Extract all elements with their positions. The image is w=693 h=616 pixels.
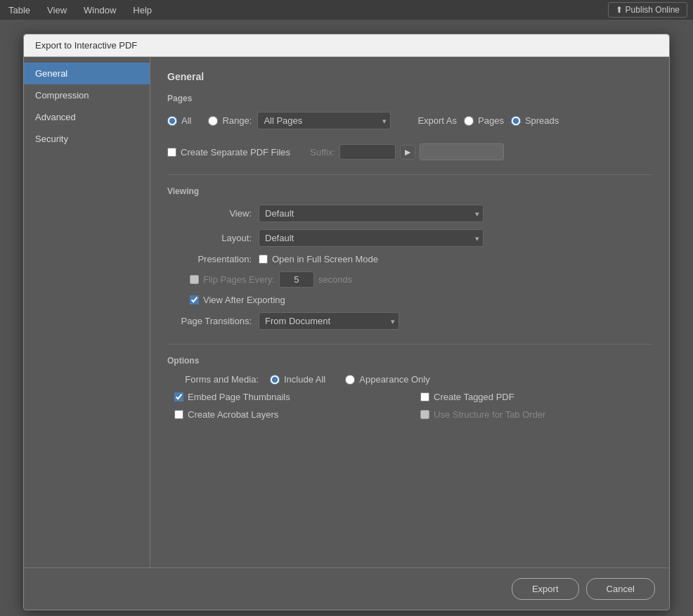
appearance-only-option[interactable]: Appearance Only (345, 374, 429, 385)
appearance-only-radio[interactable] (345, 375, 355, 385)
fullscreen-option[interactable]: Open in Full Screen Mode (259, 254, 378, 264)
all-pages-radio[interactable] (167, 116, 177, 126)
pages-export-label: Pages (478, 115, 504, 126)
export-button[interactable]: Export (512, 578, 579, 600)
export-as-label: Export As (417, 115, 457, 126)
presentation-row: Presentation: Open in Full Screen Mode (167, 254, 652, 264)
sidebar-item-security[interactable]: Security (24, 128, 150, 150)
cancel-button-label: Cancel (607, 584, 635, 594)
include-all-label: Include All (284, 374, 325, 385)
transitions-row: Page Transitions: From Document (167, 312, 652, 330)
create-acrobat-layers-option[interactable]: Create Acrobat Layers (174, 409, 406, 420)
seconds-label: seconds (318, 274, 352, 285)
suffix-label: Suffix: (310, 147, 335, 158)
spreads-export-radio[interactable] (511, 116, 521, 126)
menu-table[interactable]: Table (6, 4, 33, 17)
content-title: General (167, 71, 652, 82)
range-pages-radio[interactable] (208, 116, 218, 126)
workspace: Export to Interactive PDF General Compre… (0, 20, 693, 616)
all-pages-option[interactable]: All (167, 115, 191, 126)
viewing-section-title: Viewing (167, 186, 652, 196)
viewing-section: Viewing View: Default L (167, 186, 652, 330)
include-all-radio[interactable] (270, 375, 280, 385)
sidebar: General Compression Advanced Security (24, 57, 150, 567)
flip-pages-option: Flip Pages Every: (190, 274, 275, 285)
spreads-export-option[interactable]: Spreads (511, 115, 559, 126)
include-all-option[interactable]: Include All (270, 374, 325, 385)
view-select-wrapper: Default (259, 205, 484, 222)
pages-row: All Range: All Pages (167, 112, 652, 129)
menu-view[interactable]: View (44, 4, 70, 17)
pages-export-radio[interactable] (464, 116, 474, 126)
sidebar-item-general[interactable]: General (24, 63, 150, 84)
suffix-extra-area (420, 143, 504, 160)
sidebar-item-advanced[interactable]: Advanced (24, 106, 150, 128)
spreads-export-label: Spreads (525, 115, 559, 126)
options-section-title: Options (167, 356, 652, 366)
sidebar-general-label: General (35, 68, 67, 79)
view-row: View: Default (167, 205, 652, 222)
presentation-label: Presentation: (167, 254, 252, 264)
export-as-group: Export As Pages Spreads (417, 115, 559, 126)
create-separate-checkbox[interactable] (167, 148, 176, 157)
create-separate-label: Create Separate PDF Files (181, 147, 290, 158)
view-after-row: View After Exporting (167, 295, 652, 305)
sidebar-advanced-label: Advanced (35, 112, 76, 122)
range-select[interactable]: All Pages (257, 112, 391, 129)
flip-pages-input[interactable] (279, 271, 314, 288)
content-area: General Pages All (150, 57, 669, 567)
layout-select[interactable]: Default (259, 229, 484, 247)
pages-export-option[interactable]: Pages (464, 115, 504, 126)
use-structure-option: Use Structure for Tab Order (420, 409, 652, 420)
use-structure-label: Use Structure for Tab Order (434, 409, 545, 420)
embed-thumbnails-checkbox[interactable] (174, 392, 183, 402)
create-tagged-pdf-option[interactable]: Create Tagged PDF (420, 392, 652, 402)
fullscreen-checkbox[interactable] (259, 255, 268, 264)
create-separate-option[interactable]: Create Separate PDF Files (167, 147, 290, 158)
layout-label: Layout: (167, 233, 252, 243)
all-pages-label: All (181, 115, 191, 126)
export-button-label: Export (532, 584, 559, 594)
menu-window[interactable]: Window (81, 4, 119, 17)
divider-2 (167, 344, 652, 345)
sidebar-security-label: Security (35, 134, 68, 144)
transitions-select-wrapper: From Document (259, 312, 399, 330)
create-tagged-pdf-label: Create Tagged PDF (434, 392, 514, 402)
suffix-arrow-button[interactable]: ▶ (400, 145, 415, 160)
view-label: View: (167, 208, 252, 219)
menubar-right-area: ⬆ Publish Online (608, 0, 693, 20)
view-select[interactable]: Default (259, 205, 484, 222)
publish-online-label: Publish Online (626, 5, 680, 15)
sidebar-item-compression[interactable]: Compression (24, 84, 150, 106)
create-acrobat-layers-checkbox[interactable] (174, 410, 183, 419)
embed-thumbnails-option[interactable]: Embed Page Thumbnails (174, 392, 406, 402)
create-acrobat-layers-label: Create Acrobat Layers (188, 409, 278, 420)
dialog-body: General Compression Advanced Security Ge… (24, 57, 669, 567)
export-dialog: Export to Interactive PDF General Compre… (23, 34, 670, 610)
dialog-overlay: Export to Interactive PDF General Compre… (0, 20, 693, 616)
flip-pages-checkbox[interactable] (190, 275, 199, 284)
range-pages-option[interactable]: Range: (208, 115, 252, 126)
flip-pages-row: Flip Pages Every: seconds (167, 271, 652, 288)
fullscreen-label: Open in Full Screen Mode (272, 254, 378, 264)
suffix-input[interactable] (339, 144, 396, 160)
options-section: Options Forms and Media: Include All App… (167, 356, 652, 420)
divider-1 (167, 174, 652, 175)
menubar: Table View Window Help ⬆ Publish Online (0, 0, 693, 20)
forms-media-row: Forms and Media: Include All Appearance … (167, 374, 652, 385)
dialog-titlebar: Export to Interactive PDF (24, 34, 669, 57)
suffix-area: Suffix: ▶ (310, 143, 504, 160)
view-after-option[interactable]: View After Exporting (190, 295, 285, 305)
create-tagged-pdf-checkbox[interactable] (420, 392, 429, 402)
range-pages-label: Range: (222, 115, 252, 126)
sidebar-compression-label: Compression (35, 90, 89, 101)
dialog-title: Export to Interactive PDF (35, 40, 137, 51)
menu-help[interactable]: Help (130, 4, 155, 17)
options-grid: Embed Page Thumbnails Create Tagged PDF … (174, 392, 652, 420)
view-after-checkbox[interactable] (190, 295, 199, 304)
cancel-button[interactable]: Cancel (586, 578, 655, 600)
layout-row: Layout: Default (167, 229, 652, 247)
transitions-select[interactable]: From Document (259, 312, 399, 330)
appearance-only-label: Appearance Only (359, 374, 429, 385)
publish-online-button[interactable]: ⬆ Publish Online (608, 2, 687, 18)
